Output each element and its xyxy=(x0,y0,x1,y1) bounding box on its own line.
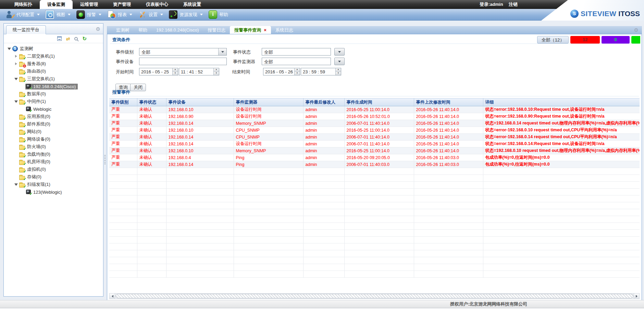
toolbar-item[interactable]: 帮助 xyxy=(209,10,228,19)
table-row[interactable]: 严重未确认192.168.0.14Memory_SNMPadmin2006-07… xyxy=(109,120,640,127)
toolbar-item[interactable]: 报警 xyxy=(76,10,101,19)
toolbar-item[interactable]: 设置 xyxy=(138,10,163,19)
table-row[interactable]: 严重未确认192.168.0.10设备运行时间admin2016-05-25 1… xyxy=(109,106,640,113)
tab-0[interactable]: 监测树 xyxy=(112,26,134,34)
menu-item[interactable]: 系统设置 xyxy=(176,0,209,9)
badge-critical[interactable]: 12 xyxy=(570,36,600,44)
start-date-spinner[interactable]: 2016 - 05 - 25 ▲▼ xyxy=(139,68,178,75)
logout-link[interactable]: 注销 xyxy=(509,1,518,8)
collapse-all-icon[interactable] xyxy=(57,36,62,41)
chevron-down-icon[interactable] xyxy=(160,14,163,15)
swap-arrows-icon[interactable]: ⇄ xyxy=(66,36,70,41)
tab-3[interactable]: 报警日志 xyxy=(203,26,230,34)
tree-node[interactable]: ✔扫描发现(1) xyxy=(4,181,103,188)
expand-arrow-icon[interactable] xyxy=(13,55,18,58)
tree-node[interactable]: ✔三层交换机(1) xyxy=(4,75,103,83)
expand-arrow-icon[interactable] xyxy=(13,76,18,82)
tree-node-line[interactable]: ✔123(Weblogic) xyxy=(25,189,64,195)
spinner-buttons[interactable]: ▲▼ xyxy=(172,68,178,75)
tree-node-selected[interactable]: ✔192.168.0.248(Cisco) xyxy=(25,84,78,89)
toolbar-item[interactable]: 报表 xyxy=(107,10,132,19)
column-header[interactable]: 详细 xyxy=(483,98,640,106)
spinner-buttons[interactable]: ▲▼ xyxy=(335,68,341,75)
expand-arrow-icon[interactable] xyxy=(7,46,12,52)
search-icon[interactable] xyxy=(74,37,78,40)
refresh-icon[interactable]: ↻ xyxy=(82,36,87,41)
tree-node-line[interactable]: ✔中间件(1) xyxy=(18,98,48,105)
horizontal-scrollbar[interactable] xyxy=(109,293,640,299)
chevron-down-icon[interactable] xyxy=(68,14,71,15)
event-device-input[interactable] xyxy=(139,58,227,65)
tree-node[interactable]: ✔防火墙(0) xyxy=(4,143,103,151)
scrollbar-thumb[interactable] xyxy=(115,294,633,298)
close-button[interactable]: 关闭 xyxy=(130,84,146,91)
menu-item[interactable]: 仪表板中心 xyxy=(138,0,176,9)
column-header[interactable]: 事件最后修改人 xyxy=(303,98,344,106)
tree-node-line[interactable]: ✔Weblogic xyxy=(25,106,53,112)
toolbar-item[interactable]: 代理配置 xyxy=(6,10,40,19)
tab-5[interactable]: 系统日志 xyxy=(271,26,298,34)
tree-node-line[interactable]: ×服务器(8) xyxy=(18,60,48,67)
menu-item[interactable]: 运维管理 xyxy=(73,0,106,9)
column-header[interactable]: 事件设备 xyxy=(166,98,234,106)
menu-item[interactable]: 网络拓扑 xyxy=(7,0,40,9)
close-icon[interactable]: × xyxy=(264,28,267,32)
tree-node-line[interactable]: ✔二层交换机(1) xyxy=(18,53,57,60)
tree-node-line[interactable]: ✔虚拟机(0) xyxy=(18,166,48,173)
table-row[interactable]: 严重未确认192.168.0.90设备运行时间admin2016-05-26 1… xyxy=(109,113,640,120)
expand-arrow-icon[interactable] xyxy=(13,62,18,65)
chevron-down-icon[interactable] xyxy=(129,14,132,15)
tree-node-line[interactable]: ✔邮件系统(0) xyxy=(18,121,52,128)
toolbar-item[interactable]: 资源发现 xyxy=(169,10,203,19)
table-row[interactable]: 严重未确认192.168.0.14设备运行时间admin2006-07-01 1… xyxy=(109,141,640,147)
tree-node-line[interactable]: ✔应用系统(0) xyxy=(18,113,52,120)
expand-arrow-icon[interactable] xyxy=(13,181,18,188)
menu-item[interactable]: 资产管理 xyxy=(106,0,138,9)
tree-node[interactable]: ✔机房环境(0) xyxy=(4,158,103,166)
spinner-buttons[interactable]: ▲▼ xyxy=(213,68,219,75)
scroll-left-icon[interactable] xyxy=(110,294,115,299)
column-header[interactable]: 事件状态 xyxy=(137,98,166,106)
tree-node-line[interactable]: ✔网络设备(0) xyxy=(18,136,52,143)
column-header[interactable]: 事件生成时间 xyxy=(344,98,414,106)
tree-node[interactable]: ✔Weblogic xyxy=(4,105,103,113)
event-monitor-dropdown-button[interactable] xyxy=(334,58,345,65)
tab-1[interactable]: 帮助 xyxy=(134,26,152,34)
tree-node-line[interactable]: ✔防火墙(0) xyxy=(18,143,48,150)
tree-node[interactable]: ✔虚拟机(0) xyxy=(4,166,103,173)
menu-item[interactable]: 设备监测 xyxy=(40,0,73,9)
tab-active[interactable]: 报警事件查询× xyxy=(230,26,271,34)
chevron-down-icon[interactable] xyxy=(218,48,226,55)
tree-node-line[interactable]: ✔扫描发现(1) xyxy=(18,181,52,188)
tree-node[interactable]: ✔中间件(1) xyxy=(4,98,103,105)
tree-node-line[interactable]: ✔机房环境(0) xyxy=(18,158,52,165)
toolbar-item[interactable]: 视图 xyxy=(46,10,71,19)
column-header[interactable]: 事件监测器 xyxy=(234,98,303,106)
tree-node-line[interactable]: ✔数据库(0) xyxy=(18,91,48,97)
tree-node[interactable]: ✔数据库(0) xyxy=(4,90,103,98)
table-row[interactable]: 严重未确认192.168.0.4Pingadmin2016-05-20 09:2… xyxy=(109,154,640,161)
event-level-select[interactable]: 全部 xyxy=(139,48,227,56)
sidebar-tab-unified-monitor[interactable]: 统一监控平台 xyxy=(6,25,46,34)
tree-node-line[interactable]: ✔负载均衡(0) xyxy=(18,151,52,158)
tree-node-line[interactable]: ✔路由器(0) xyxy=(18,68,48,75)
chevron-down-icon[interactable] xyxy=(99,14,101,15)
column-header[interactable]: 事件上次修改时间 xyxy=(414,98,483,106)
tree-node-line[interactable]: 监测树 xyxy=(12,45,35,52)
event-monitor-input[interactable]: 全部 xyxy=(262,58,331,65)
table-row[interactable]: 严重未确认192.168.0.10Memory_SNMPadmin2016-05… xyxy=(109,147,640,154)
tree-node-line[interactable]: ✔网站(0) xyxy=(18,128,44,135)
table-row[interactable]: 严重未确认192.168.0.10CPU_SNMPadmin2016-05-25… xyxy=(109,127,640,134)
tree-node-line[interactable]: ✔三层交换机(1) xyxy=(18,75,57,82)
chevron-down-icon[interactable] xyxy=(200,14,203,15)
tree-node[interactable]: ✔网络设备(0) xyxy=(4,135,103,143)
tree-node[interactable]: ✔二层交换机(1) xyxy=(4,52,103,60)
tab-2[interactable]: 192.168.0.248(Cisco) xyxy=(152,26,203,34)
gear-icon[interactable]: ⚙ xyxy=(96,26,100,32)
scroll-right-icon[interactable] xyxy=(634,294,639,299)
tree-node[interactable]: 监测树 xyxy=(4,45,103,52)
badge-ok[interactable] xyxy=(631,36,640,44)
column-header[interactable]: 事件级别 xyxy=(109,98,137,106)
start-time-spinner[interactable]: 11 : 41 : 52 ▲▼ xyxy=(179,68,219,75)
tree-node[interactable]: ✔123(Weblogic) xyxy=(4,188,103,196)
